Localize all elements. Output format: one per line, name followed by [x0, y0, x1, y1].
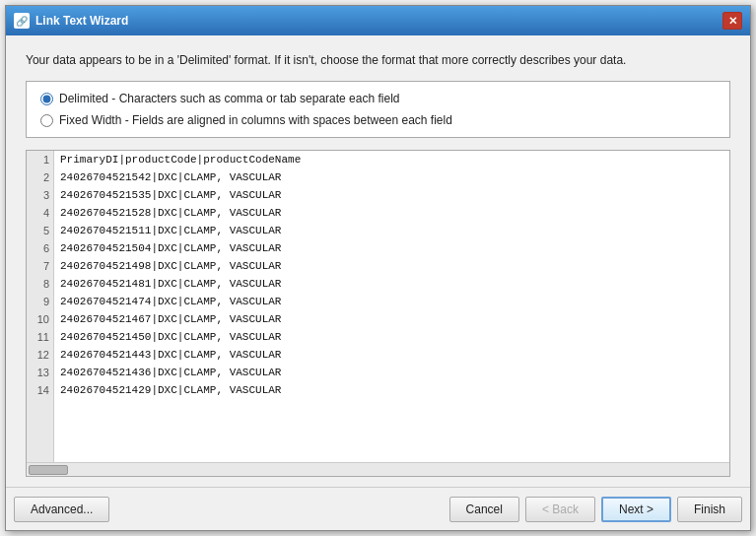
line-number: 8: [27, 275, 53, 293]
preview-line: 24026704521474|DXC|CLAMP, VASCULAR: [54, 293, 729, 310]
line-number: 3: [27, 186, 53, 204]
line-number: 9: [27, 293, 53, 310]
close-button[interactable]: ✕: [722, 12, 742, 30]
preview-line: 24026704521504|DXC|CLAMP, VASCULAR: [54, 239, 729, 257]
preview-line: 24026704521511|DXC|CLAMP, VASCULAR: [54, 222, 729, 239]
line-numbers: 1234567891011121314: [27, 151, 54, 462]
advanced-button[interactable]: Advanced...: [14, 497, 109, 522]
line-number: 10: [27, 310, 53, 328]
line-number: 14: [27, 381, 53, 399]
line-number: 4: [27, 204, 53, 222]
line-number: 12: [27, 346, 53, 364]
fixed-width-option-row[interactable]: Fixed Width - Fields are aligned in colu…: [40, 113, 716, 127]
preview-scroll[interactable]: 1234567891011121314 PrimaryDI|productCod…: [27, 151, 729, 462]
format-selection-box: Delimited - Characters such as comma or …: [26, 81, 730, 138]
line-number: 13: [27, 364, 53, 381]
preview-line: 24026704521535|DXC|CLAMP, VASCULAR: [54, 186, 729, 204]
next-button[interactable]: Next >: [601, 497, 671, 522]
preview-area: 1234567891011121314 PrimaryDI|productCod…: [26, 150, 730, 477]
scrollbar-thumb-horizontal[interactable]: [29, 465, 68, 475]
window-title: Link Text Wizard: [35, 14, 722, 28]
preview-content: PrimaryDI|productCode|productCodeName240…: [54, 151, 729, 462]
content-area: Your data appears to be in a 'Delimited'…: [6, 35, 750, 487]
line-number: 1: [27, 151, 53, 168]
preview-line: PrimaryDI|productCode|productCodeName: [54, 151, 729, 168]
horizontal-scrollbar[interactable]: [27, 462, 729, 476]
preview-line: 24026704521528|DXC|CLAMP, VASCULAR: [54, 204, 729, 222]
preview-line: 24026704521498|DXC|CLAMP, VASCULAR: [54, 257, 729, 275]
line-number: 11: [27, 328, 53, 346]
preview-line: 24026704521450|DXC|CLAMP, VASCULAR: [54, 328, 729, 346]
preview-line: 24026704521429|DXC|CLAMP, VASCULAR: [54, 381, 729, 399]
delimited-option-row[interactable]: Delimited - Characters such as comma or …: [40, 92, 716, 105]
description-text: Your data appears to be in a 'Delimited'…: [26, 51, 730, 69]
finish-button[interactable]: Finish: [677, 497, 742, 522]
line-number: 6: [27, 239, 53, 257]
preview-line: 24026704521436|DXC|CLAMP, VASCULAR: [54, 364, 729, 381]
line-number: 7: [27, 257, 53, 275]
preview-line: 24026704521467|DXC|CLAMP, VASCULAR: [54, 310, 729, 328]
delimited-label[interactable]: Delimited - Characters such as comma or …: [59, 92, 400, 105]
footer: Advanced... Cancel < Back Next > Finish: [6, 487, 750, 530]
preview-line: 24026704521542|DXC|CLAMP, VASCULAR: [54, 168, 729, 186]
line-number: 5: [27, 222, 53, 239]
line-number: 2: [27, 168, 53, 186]
footer-right: Cancel < Back Next > Finish: [449, 497, 742, 522]
preview-line: 24026704521443|DXC|CLAMP, VASCULAR: [54, 346, 729, 364]
title-bar: 🔗 Link Text Wizard ✕: [6, 6, 750, 35]
main-window: 🔗 Link Text Wizard ✕ Your data appears t…: [5, 5, 751, 531]
delimited-radio[interactable]: [40, 93, 53, 105]
footer-left: Advanced...: [14, 497, 449, 522]
fixed-width-radio[interactable]: [40, 114, 53, 127]
cancel-button[interactable]: Cancel: [449, 497, 519, 522]
back-button[interactable]: < Back: [525, 497, 595, 522]
window-icon: 🔗: [14, 13, 30, 29]
fixed-width-label[interactable]: Fixed Width - Fields are aligned in colu…: [59, 113, 452, 127]
preview-line: 24026704521481|DXC|CLAMP, VASCULAR: [54, 275, 729, 293]
